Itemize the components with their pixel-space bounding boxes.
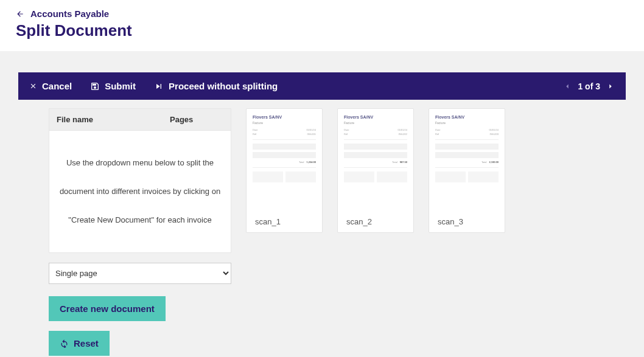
proceed-button[interactable]: Proceed without splitting — [154, 81, 278, 91]
cancel-label: Cancel — [42, 81, 72, 91]
thumbnail-row: Flovers SA/NV Facture Date01/01/24 RéfIN… — [246, 108, 505, 233]
instruction-text: Use the dropdown menu below to split the… — [58, 149, 222, 234]
create-document-label: Create new document — [60, 303, 155, 314]
thumbnail-label: scan_2 — [341, 217, 410, 226]
col-pages: Pages — [170, 109, 231, 130]
back-arrow-icon[interactable] — [16, 10, 24, 18]
submit-label: Submit — [105, 81, 136, 91]
thumbnail-preview: Flovers SA/NV Facture Date01/01/24 RéfIN… — [341, 113, 410, 210]
cancel-button[interactable]: Cancel — [29, 81, 72, 91]
page-title: Split Document — [16, 21, 628, 40]
thumbnail-card[interactable]: Flovers SA/NV Facture Date01/01/24 RéfIN… — [337, 108, 414, 233]
pager-text: 1 of 3 — [578, 81, 600, 91]
split-mode-select[interactable]: Single page — [49, 263, 231, 284]
thumbnail-label: scan_1 — [250, 217, 318, 226]
thumbnail-card[interactable]: Flovers SA/NV Facture Date01/01/24 RéfIN… — [429, 108, 505, 233]
pager-prev-icon[interactable] — [563, 82, 572, 91]
breadcrumb: Accounts Payable — [16, 9, 628, 19]
breadcrumb-link[interactable]: Accounts Payable — [30, 9, 109, 19]
instruction-box: Use the dropdown menu below to split the… — [49, 131, 231, 253]
file-table-header: File name Pages — [49, 108, 231, 131]
col-file-name: File name — [49, 109, 170, 130]
proceed-label: Proceed without splitting — [169, 81, 278, 91]
reset-label: Reset — [74, 338, 99, 348]
thumbnail-preview: Flovers SA/NV Facture Date01/01/24 RéfIN… — [433, 113, 501, 210]
thumbnail-preview: Flovers SA/NV Facture Date01/01/24 RéfIN… — [250, 113, 318, 210]
thumbnail-card[interactable]: Flovers SA/NV Facture Date01/01/24 RéfIN… — [246, 108, 323, 233]
action-bar: Cancel Submit Proceed without splitting … — [18, 72, 626, 100]
submit-button[interactable]: Submit — [90, 81, 136, 91]
thumbnail-label: scan_3 — [433, 217, 501, 226]
reset-button[interactable]: Reset — [49, 331, 110, 356]
create-document-button[interactable]: Create new document — [49, 296, 166, 321]
pager-next-icon[interactable] — [606, 82, 615, 91]
